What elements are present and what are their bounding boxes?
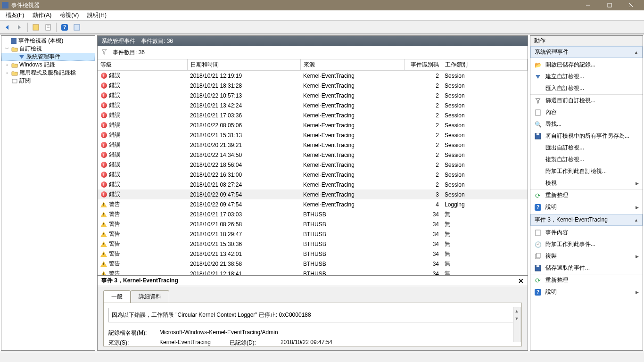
close-button[interactable] [620, 0, 642, 10]
action-copy-view[interactable]: 複製自訂檢視... [530, 154, 643, 165]
table-row[interactable]: !錯誤2018/10/21 15:31:13Kernel-EventTracin… [98, 130, 528, 140]
scroll-up-icon[interactable]: ▲ [513, 307, 520, 315]
action-create-view[interactable]: 建立自訂檢視... [530, 71, 643, 82]
minimize-button[interactable] [577, 0, 599, 10]
datetime-cell: 2018/10/22 18:56:04 [187, 160, 300, 170]
action-refresh-2[interactable]: ⟳重新整理 [530, 274, 643, 286]
source-cell: Kernel-EventTracing [300, 150, 404, 160]
tree-app-services[interactable]: › 應用程式及服務記錄檔 [1, 69, 95, 77]
task-cell: Session [442, 110, 528, 120]
toolbar-extra-button[interactable] [72, 22, 82, 33]
expand-icon[interactable]: › [3, 70, 11, 75]
table-row[interactable]: 警告2018/10/21 13:42:01BTHUSB34無 [98, 249, 528, 259]
action-open-saved[interactable]: 📂開啟已儲存的記錄... [530, 59, 643, 71]
action-import-view[interactable]: 匯入自訂檢視... [530, 82, 643, 94]
table-row[interactable]: !錯誤2018/10/21 13:42:24Kernel-EventTracin… [98, 100, 528, 110]
source-cell: Kernel-EventTracing [300, 170, 404, 180]
chevron-right-icon: ▶ [636, 205, 639, 210]
action-find[interactable]: 🔍尋找... [530, 118, 643, 130]
table-row[interactable]: 警告2018/10/21 17:03:03BTHUSB34無 [98, 209, 528, 219]
menu-view[interactable]: 檢視(V) [56, 10, 83, 20]
warning-icon [100, 231, 107, 238]
tree-admin-label: 系統管理事件 [26, 53, 60, 61]
warning-icon [100, 221, 107, 228]
action-attach-task-event[interactable]: 🕘附加工作到此事件... [530, 239, 643, 250]
action-save-all[interactable]: 將自訂檢視中的所有事件另存為... [530, 130, 643, 142]
action-event-properties[interactable]: 事件內容 [530, 227, 643, 239]
help-icon: ? [61, 24, 68, 31]
menu-help[interactable]: 說明(H) [83, 10, 110, 20]
menu-action[interactable]: 動作(A) [29, 10, 55, 20]
help-button[interactable]: ? [59, 22, 70, 33]
menu-bar: 檔案(F) 動作(A) 檢視(V) 說明(H) [0, 10, 644, 21]
table-row[interactable]: !錯誤2018/10/22 14:34:50Kernel-EventTracin… [98, 150, 528, 160]
show-tree-button[interactable] [31, 22, 41, 33]
action-help[interactable]: ?說明▶ [530, 201, 643, 213]
collapse-icon[interactable]: ▲ [634, 50, 638, 55]
table-row[interactable]: !錯誤2018/10/21 17:03:36Kernel-EventTracin… [98, 110, 528, 120]
tree-subscriptions[interactable]: 訂閱 [1, 77, 95, 85]
properties-button[interactable] [43, 22, 53, 33]
tree-windows-logs[interactable]: › Windows 記錄 [1, 61, 95, 69]
back-button[interactable] [2, 22, 12, 33]
tree-custom-views[interactable]: ﹀ 自訂檢視 [1, 45, 95, 53]
table-row[interactable]: !錯誤2018/10/21 08:27:24Kernel-EventTracin… [98, 180, 528, 189]
action-copy[interactable]: 複製▶ [530, 250, 643, 262]
table-row[interactable]: 警告2018/10/22 09:47:54Kernel-EventTracing… [98, 199, 528, 209]
tree-admin-events[interactable]: 系統管理事件 [1, 53, 95, 61]
tree-root-label: 事件檢視器 (本機) [18, 37, 63, 45]
table-row[interactable]: !錯誤2018/10/21 18:31:28Kernel-EventTracin… [98, 81, 528, 90]
action-help-2[interactable]: ?說明▶ [530, 286, 643, 298]
table-row[interactable]: 警告2018/10/21 12:18:41BTHUSB34無 [98, 269, 528, 275]
table-row[interactable]: !錯誤2018/10/22 10:57:13Kernel-EventTracin… [98, 90, 528, 100]
datetime-cell: 2018/10/22 16:31:00 [187, 170, 300, 180]
filter-count: 事件數目: 36 [113, 49, 145, 57]
task-cell: 無 [442, 259, 528, 269]
properties-icon [534, 229, 542, 237]
maximize-button[interactable] [599, 0, 620, 10]
warning-icon [100, 211, 107, 218]
actions-section-2[interactable]: 事件 3，Kernel-EventTracing ▲ [530, 214, 643, 226]
tab-details[interactable]: 詳細資料 [131, 290, 169, 303]
col-datetime[interactable]: 日期和時間 [187, 59, 300, 71]
task-cell: 無 [442, 219, 528, 229]
col-task[interactable]: 工作類別 [442, 59, 528, 71]
action-attach-task-view[interactable]: 附加工作到此自訂檢視... [530, 165, 643, 177]
refresh-icon: ⟳ [534, 192, 542, 199]
actions-pane: 動作 系統管理事件 ▲ 📂開啟已儲存的記錄... 建立自訂檢視... 匯入自訂檢… [530, 35, 643, 351]
detail-scrollbar[interactable]: ▲ ▼ [513, 307, 520, 342]
table-row[interactable]: 警告2018/10/21 18:29:47BTHUSB34無 [98, 229, 528, 239]
collapse-icon[interactable]: ▲ [634, 218, 638, 222]
table-row[interactable]: !錯誤2018/10/22 16:31:00Kernel-EventTracin… [98, 170, 528, 180]
tab-general[interactable]: 一般 [103, 290, 131, 303]
action-view[interactable]: 檢視▶ [530, 177, 643, 189]
table-row[interactable]: 警告2018/10/21 15:30:36BTHUSB34無 [98, 239, 528, 249]
expand-icon[interactable]: › [3, 62, 11, 67]
table-row[interactable]: !錯誤2018/10/20 21:39:21Kernel-EventTracin… [98, 140, 528, 150]
col-eventid[interactable]: 事件識別碼 [404, 59, 442, 71]
action-filter-view[interactable]: 篩選目前自訂檢視... [530, 94, 643, 107]
blank-icon [534, 168, 542, 175]
detail-close-button[interactable]: ✕ [518, 277, 524, 285]
scroll-down-icon[interactable]: ▼ [513, 315, 520, 322]
table-row[interactable]: 警告2018/10/21 08:26:58BTHUSB34無 [98, 219, 528, 229]
menu-file[interactable]: 檔案(F) [2, 10, 28, 20]
action-refresh[interactable]: ⟳重新整理 [530, 189, 643, 201]
table-row[interactable]: !錯誤2018/10/22 18:56:04Kernel-EventTracin… [98, 160, 528, 170]
actions-section-1[interactable]: 系統管理事件 ▲ [530, 46, 643, 58]
event-table-wrap[interactable]: 等級 日期和時間 來源 事件識別碼 工作類別 !錯誤2018/10/21 12:… [98, 59, 528, 275]
table-row[interactable]: !錯誤2018/10/22 08:05:06Kernel-EventTracin… [98, 120, 528, 130]
table-row[interactable]: !錯誤2018/10/21 12:19:19Kernel-EventTracin… [98, 71, 528, 81]
action-export-view[interactable]: 匯出自訂檢視... [530, 142, 643, 154]
col-level[interactable]: 等級 [98, 59, 187, 71]
tree-root[interactable]: 事件檢視器 (本機) [1, 37, 95, 45]
table-row[interactable]: !錯誤2018/10/22 09:47:54Kernel-EventTracin… [98, 189, 528, 199]
table-row[interactable]: 警告2018/10/20 21:38:58BTHUSB34無 [98, 259, 528, 269]
collapse-icon[interactable]: ﹀ [3, 46, 11, 52]
action-properties[interactable]: 內容 [530, 107, 643, 118]
actions-list-2: 事件內容 🕘附加工作到此事件... 複製▶ 儲存選取的事件... ⟳重新整理 ?… [530, 226, 643, 299]
col-source[interactable]: 來源 [300, 59, 404, 71]
forward-button[interactable] [14, 22, 25, 33]
action-save-selected[interactable]: 儲存選取的事件... [530, 262, 643, 274]
datetime-cell: 2018/10/21 12:18:41 [187, 269, 300, 275]
